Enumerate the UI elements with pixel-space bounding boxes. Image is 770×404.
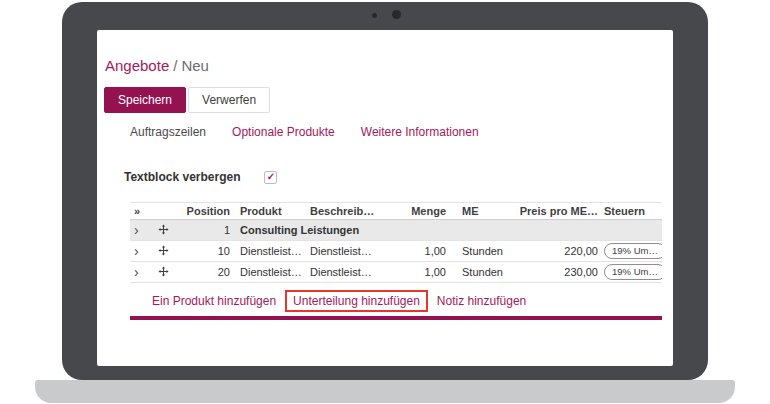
- cell-beschreibung: Dienstleist…: [306, 266, 398, 278]
- textblock-verbergen-label: Textblock verbergen: [124, 170, 240, 184]
- table-row[interactable]: › 20 Dienstleist… Dienstleist… 1,00 Stun…: [130, 262, 662, 283]
- tax-tag: 19% Um…: [604, 264, 662, 280]
- cell-preis: 220,00: [518, 245, 602, 257]
- camera-dot: [392, 10, 401, 19]
- tax-tag: 19% Um…: [604, 243, 662, 259]
- drag-handle-icon[interactable]: [158, 245, 169, 256]
- column-header-steuern: Steuern: [602, 205, 662, 217]
- section-row[interactable]: › 1 Consulting Leistungen: [130, 220, 662, 241]
- discard-button[interactable]: Verwerfen: [188, 87, 270, 113]
- column-header-me: ME: [450, 205, 518, 217]
- laptop-mockup: Angebote/Neu Speichern Verwerfen Auftrag…: [0, 0, 770, 404]
- section-divider-line: [130, 316, 662, 320]
- add-note-link[interactable]: Notiz hinzufügen: [437, 294, 526, 308]
- add-product-link[interactable]: Ein Produkt hinzufügen: [152, 294, 276, 308]
- column-header-beschreibung: Beschreib…: [306, 205, 398, 217]
- tab-optionale-produkte[interactable]: Optionale Produkte: [232, 125, 335, 139]
- order-lines-table: » Position Produkt Beschreib… Menge ME P…: [130, 202, 662, 283]
- microphone-dot: [372, 13, 377, 18]
- add-section-link[interactable]: Unterteilung hinzufügen: [293, 294, 420, 308]
- list-footer-links: Ein Produkt hinzufügen Unterteilung hinz…: [152, 290, 526, 312]
- breadcrumb: Angebote/Neu: [105, 57, 209, 74]
- laptop-base: [35, 380, 735, 403]
- cell-produkt: Dienstleist…: [234, 245, 306, 257]
- cell-menge: 1,00: [398, 245, 450, 257]
- expand-chevron-icon[interactable]: ›: [134, 223, 139, 237]
- cell-produkt: Dienstleist…: [234, 266, 306, 278]
- textblock-verbergen-checkbox[interactable]: ✓: [264, 171, 277, 184]
- cell-me: Stunden: [450, 266, 518, 278]
- column-header-position: Position: [182, 205, 234, 217]
- optional-columns-toggle[interactable]: »: [130, 205, 156, 217]
- tutorial-highlight-box: Unterteilung hinzufügen: [285, 290, 428, 312]
- drag-handle-icon[interactable]: [158, 224, 169, 235]
- section-label: Consulting Leistungen: [234, 224, 662, 236]
- laptop-body: Angebote/Neu Speichern Verwerfen Auftrag…: [62, 2, 708, 380]
- breadcrumb-parent-link[interactable]: Angebote: [105, 57, 169, 74]
- table-row[interactable]: › 10 Dienstleist… Dienstleist… 1,00 Stun…: [130, 241, 662, 262]
- table-header-row: » Position Produkt Beschreib… Menge ME P…: [130, 202, 662, 220]
- notebook-tabs: Auftragszeilen Optionale Produkte Weiter…: [130, 125, 479, 139]
- cell-position: 20: [182, 266, 234, 278]
- cell-me: Stunden: [450, 245, 518, 257]
- column-header-preis: Preis pro ME…: [518, 205, 602, 217]
- expand-chevron-icon[interactable]: ›: [134, 265, 139, 279]
- cell-position: 10: [182, 245, 234, 257]
- column-header-produkt: Produkt: [234, 205, 306, 217]
- save-button[interactable]: Speichern: [104, 87, 186, 113]
- column-header-menge: Menge: [398, 205, 450, 217]
- tab-weitere-informationen[interactable]: Weitere Informationen: [361, 125, 479, 139]
- expand-chevron-icon[interactable]: ›: [134, 244, 139, 258]
- textblock-option: Textblock verbergen ✓: [124, 170, 277, 184]
- tab-auftragszeilen[interactable]: Auftragszeilen: [130, 125, 206, 139]
- breadcrumb-current: Neu: [181, 57, 209, 74]
- control-buttons: Speichern Verwerfen: [104, 87, 270, 113]
- cell-menge: 1,00: [398, 266, 450, 278]
- drag-handle-icon[interactable]: [158, 266, 169, 277]
- check-icon: ✓: [267, 172, 275, 182]
- section-position: 1: [182, 224, 234, 236]
- breadcrumb-separator: /: [173, 57, 177, 74]
- app-screen: Angebote/Neu Speichern Verwerfen Auftrag…: [97, 30, 673, 366]
- cell-beschreibung: Dienstleist…: [306, 245, 398, 257]
- cell-preis: 230,00: [518, 266, 602, 278]
